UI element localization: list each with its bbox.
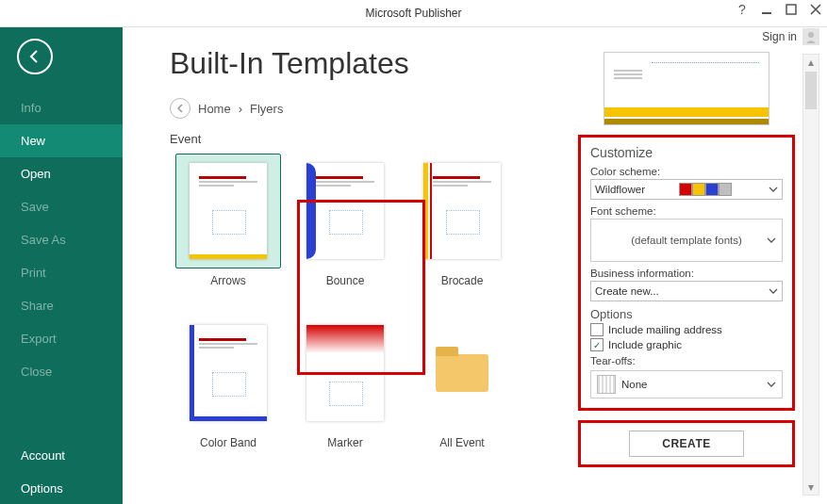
chevron-right-icon: › xyxy=(239,102,242,116)
options-heading: Options xyxy=(590,307,783,321)
tearoffs-value: None xyxy=(621,379,648,390)
nav-item-info[interactable]: Info xyxy=(0,91,123,124)
nav-item-close[interactable]: Close xyxy=(0,355,123,388)
create-row: CREATE xyxy=(578,420,795,467)
customize-panel: Customize Color scheme: Wildflower Font … xyxy=(578,135,795,411)
svg-point-2 xyxy=(808,32,814,38)
breadcrumb-home[interactable]: Home xyxy=(198,102,231,116)
color-swatch xyxy=(705,183,719,196)
nav-item-save-as[interactable]: Save As xyxy=(0,223,123,256)
include-mailing-checkbox[interactable]: Include mailing address xyxy=(590,323,783,336)
chevron-down-icon xyxy=(767,236,776,245)
nav-item-share[interactable]: Share xyxy=(0,289,123,322)
scroll-up-icon[interactable]: ▴ xyxy=(803,55,819,70)
checkbox-icon: ✓ xyxy=(590,338,604,351)
template-thumbnail xyxy=(175,316,281,431)
backstage-sidebar: InfoNewOpenSaveSave AsPrintShareExportCl… xyxy=(0,27,123,504)
template-label: Color Band xyxy=(170,436,287,449)
nav-item-new[interactable]: New xyxy=(0,124,123,157)
chevron-down-icon xyxy=(767,380,776,389)
font-scheme-label: Font scheme: xyxy=(590,205,783,217)
help-icon[interactable]: ? xyxy=(735,2,750,17)
color-swatch xyxy=(719,183,732,196)
template-color-band[interactable]: Color Band xyxy=(170,316,287,449)
nav-item-export[interactable]: Export xyxy=(0,322,123,355)
nav-item-print[interactable]: Print xyxy=(0,256,123,289)
nav-item-save[interactable]: Save xyxy=(0,190,123,223)
include-graphic-checkbox[interactable]: ✓ Include graphic xyxy=(590,338,783,351)
template-label: Marker xyxy=(287,436,404,449)
template-label: All Event xyxy=(404,436,521,449)
color-scheme-value: Wildflower xyxy=(595,184,645,195)
avatar-icon[interactable] xyxy=(802,28,819,45)
svg-rect-0 xyxy=(762,12,771,14)
close-icon[interactable] xyxy=(808,2,823,17)
include-graphic-label: Include graphic xyxy=(608,339,682,350)
business-info-value: Create new... xyxy=(595,285,659,297)
color-swatch xyxy=(692,183,705,196)
maximize-icon[interactable] xyxy=(784,2,799,17)
minimize-icon[interactable] xyxy=(759,2,774,17)
breadcrumb-back-icon[interactable] xyxy=(170,98,190,119)
template-preview xyxy=(604,52,769,125)
scroll-down-icon[interactable]: ▾ xyxy=(803,480,819,495)
include-mailing-label: Include mailing address xyxy=(608,324,722,335)
nav-item-options[interactable]: Options xyxy=(0,472,123,504)
app-title: Microsoft Publisher xyxy=(0,7,827,20)
nav-item-account[interactable]: Account xyxy=(0,439,123,472)
template-label: Arrows xyxy=(170,274,287,287)
color-scheme-label: Color scheme: xyxy=(590,166,783,177)
checkbox-icon xyxy=(590,323,604,336)
scrollbar[interactable]: ▴ ▾ xyxy=(802,54,819,496)
color-scheme-select[interactable]: Wildflower xyxy=(590,179,783,200)
font-scheme-value: (default template fonts) xyxy=(631,235,742,246)
color-swatch xyxy=(679,183,692,196)
business-info-label: Business information: xyxy=(590,268,783,279)
annotation-highlight xyxy=(297,200,425,375)
template-thumbnail xyxy=(175,154,281,268)
font-scheme-select[interactable]: (default template fonts) xyxy=(590,219,783,262)
sign-in-link[interactable]: Sign in xyxy=(762,30,797,43)
chevron-down-icon xyxy=(769,286,778,296)
create-button[interactable]: CREATE xyxy=(629,431,744,457)
chevron-down-icon xyxy=(769,185,778,194)
nav-item-open[interactable]: Open xyxy=(0,157,123,190)
tearoffs-label: Tear-offs: xyxy=(590,355,783,366)
tearoffs-select[interactable]: None xyxy=(590,370,783,398)
breadcrumb-flyers[interactable]: Flyers xyxy=(250,102,283,116)
back-button[interactable] xyxy=(17,39,53,74)
scroll-thumb[interactable] xyxy=(805,72,817,109)
tearoff-icon xyxy=(597,375,616,394)
customize-heading: Customize xyxy=(590,145,783,160)
svg-rect-1 xyxy=(786,5,796,14)
business-info-select[interactable]: Create new... xyxy=(590,281,783,301)
template-arrows[interactable]: Arrows xyxy=(170,154,287,287)
